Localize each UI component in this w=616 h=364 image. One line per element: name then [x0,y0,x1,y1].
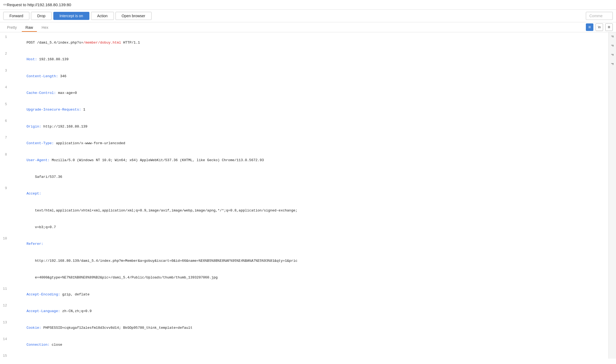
code-line: 14 Connection: close [0,337,608,353]
side-btn-3[interactable]: F [610,53,615,57]
line-number: 8 [0,152,10,169]
line-number: 12 [0,303,10,320]
line-content: Safari/537.36 [10,169,608,185]
code-line: 3 Content-Length: 346 [0,68,608,85]
forward-button[interactable]: Forward [3,12,29,20]
line-number: 3 [0,68,10,85]
menu-icon-btn[interactable]: ≡ [605,23,613,31]
line-number: 2 [0,51,10,68]
tab-pretty[interactable]: Pretty [3,24,21,32]
line-number: 14 [0,337,10,353]
code-line: 15 [0,353,608,359]
line-content: Cookie: PHPSESSID=cqkugaf12alesfm18d3cvv… [10,320,608,337]
wrap-icon-btn[interactable]: ≡ [586,23,593,31]
line-number: 5 [0,102,10,118]
code-line-continuation: http://192.168.80.139/dami_5.4/index.php… [0,253,608,269]
side-btn-2[interactable]: F [610,44,615,48]
newline-icon-btn[interactable]: \n [596,23,603,31]
tab-hex[interactable]: Hex [38,24,52,32]
header: ✏ Request to http://192.168.80.139:80 [0,0,616,10]
line-content: Origin: http://192.168.80.139 [10,118,608,135]
line-content: http://192.168.80.139/dami_5.4/index.php… [10,253,608,269]
tab-raw[interactable]: Raw [22,24,37,32]
line-number [0,269,10,286]
code-line: 7 Content-Type: application/x-www-form-u… [0,135,608,152]
line-content: e=4000&gtype=%E7%81%B0%E8%89%B2&pic=/dam… [10,269,608,286]
line-content: Connection: close [10,337,608,353]
line-number: 6 [0,118,10,135]
line-content: Referer: [10,236,608,253]
line-content: v=b3;q=0.7 [10,219,608,236]
action-button[interactable]: Action [91,12,114,20]
line-number: 13 [0,320,10,337]
code-line-continuation: e=4000&gtype=%E7%81%B0%E8%89%B2&pic=/dam… [0,269,608,286]
line-content: Accept-Encoding: gzip, deflate [10,286,608,303]
line-number [0,169,10,185]
code-area[interactable]: 1 POST /dami_5.4/index.php?s=/member/dob… [0,32,608,359]
line-number: 10 [0,236,10,253]
line-content: POST /dami_5.4/index.php?s=/member/dobuy… [10,34,608,51]
line-number: 9 [0,186,10,202]
line-content: Content-Length: 346 [10,68,608,85]
code-line: 11 Accept-Encoding: gzip, deflate [0,286,608,303]
line-number: 7 [0,135,10,152]
line-number: 11 [0,286,10,303]
line-content [10,353,608,359]
line-content: Accept: [10,186,608,202]
line-number: 4 [0,85,10,101]
code-line: 1 POST /dami_5.4/index.php?s=/member/dob… [0,34,608,51]
code-line-continuation: Safari/537.36 [0,169,608,185]
code-line: 10 Referer: [0,236,608,253]
side-btn-1[interactable]: F [610,34,615,39]
line-number [0,253,10,269]
code-line-continuation: v=b3;q=0.7 [0,219,608,236]
line-content: Cache-Control: max-age=0 [10,85,608,101]
code-line: 13 Cookie: PHPSESSID=cqkugaf12alesfm18d3… [0,320,608,337]
line-content: Upgrade-Insecure-Requests: 1 [10,102,608,118]
code-line: 9 Accept: [0,186,608,202]
line-content: User-Agent: Mozilla/5.0 (Windows NT 10.0… [10,152,608,169]
tabs-bar: Pretty Raw Hex ≡ \n ≡ [0,22,616,32]
code-line: 2 Host: 192.168.80.139 [0,51,608,68]
comment-input[interactable]: Comme [586,12,613,20]
line-number: 1 [0,34,10,51]
page-title: Request to http://192.168.80.139:80 [7,2,71,7]
drop-button[interactable]: Drop [31,12,51,20]
line-number: 15 [0,353,10,359]
code-line: 8 User-Agent: Mozilla/5.0 (Windows NT 10… [0,152,608,169]
line-content: Accept-Language: zh-CN,zh;q=0.9 [10,303,608,320]
code-line: 5 Upgrade-Insecure-Requests: 1 [0,102,608,118]
main-container: 1 POST /dami_5.4/index.php?s=/member/dob… [0,32,616,359]
line-content: text/html,application/xhtml+xml,applicat… [10,202,608,219]
line-content: Host: 192.168.80.139 [10,51,608,68]
pencil-icon: ✏ [3,2,7,7]
side-btn-4[interactable]: F [610,62,615,66]
line-number [0,202,10,219]
code-line: 12 Accept-Language: zh-CN,zh;q=0.9 [0,303,608,320]
code-line: 4 Cache-Control: max-age=0 [0,85,608,101]
open-browser-button[interactable]: Open browser [116,12,152,20]
toolbar: Forward Drop Intercept is on Action Open… [0,10,616,22]
code-line-continuation: text/html,application/xhtml+xml,applicat… [0,202,608,219]
side-panel: F F F F [608,32,616,359]
line-number [0,219,10,236]
intercept-button[interactable]: Intercept is on [53,12,89,20]
line-content: Content-Type: application/x-www-form-url… [10,135,608,152]
code-line: 6 Origin: http://192.168.80.139 [0,118,608,135]
